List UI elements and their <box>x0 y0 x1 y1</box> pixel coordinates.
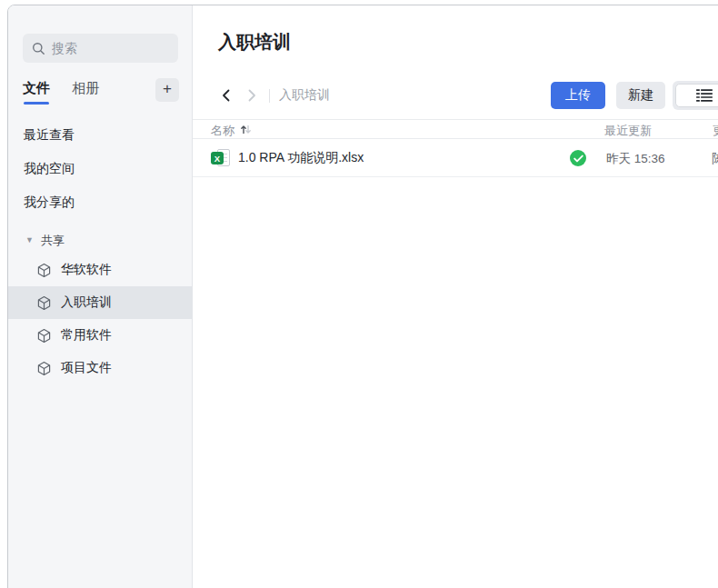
toolbar: 入职培训 上传 新建 <box>193 82 718 111</box>
file-table: 名称 最近更新 更 X 1.0 RPA 功能说明.xlsx <box>193 119 718 177</box>
view-mode-switch <box>673 81 718 110</box>
list-view-button[interactable] <box>675 84 718 107</box>
folder-label: 常用软件 <box>61 327 112 344</box>
cube-icon <box>36 295 52 311</box>
chevron-right-icon <box>244 88 259 103</box>
tab-albums[interactable]: 相册 <box>72 80 99 105</box>
file-name[interactable]: 1.0 RPA 功能说明.xlsx <box>238 150 364 166</box>
synced-check-icon <box>570 150 586 166</box>
column-header-clipped: 更 <box>713 123 718 139</box>
shared-section-header[interactable]: ▼ 共享 <box>8 231 192 251</box>
divider <box>269 89 270 103</box>
breadcrumb: 入职培训 <box>218 82 330 109</box>
search-box[interactable] <box>23 34 178 63</box>
sidebar-item-my-shared[interactable]: 我分享的 <box>8 185 192 219</box>
folder-label: 华软软件 <box>61 262 112 278</box>
sidebar-item-recent[interactable]: 最近查看 <box>8 118 192 152</box>
new-button[interactable]: 新建 <box>616 82 665 109</box>
list-view-icon <box>696 88 713 103</box>
sidebar-tabs: 文件 相册 <box>23 80 99 105</box>
sidebar-nav: 最近查看 我的空间 我分享的 <box>8 118 192 219</box>
column-header-updated[interactable]: 最近更新 <box>604 123 652 139</box>
folder-label: 入职培训 <box>61 294 112 311</box>
chevron-left-icon <box>219 88 234 103</box>
excel-file-icon: X <box>211 149 230 167</box>
updated-time: 昨天 15:36 <box>606 151 665 167</box>
sidebar-item-folder[interactable]: 项目文件 <box>8 352 192 384</box>
cube-icon <box>36 263 52 278</box>
sidebar-item-folder[interactable]: 华软软件 <box>8 254 192 286</box>
sidebar-item-folder[interactable]: 常用软件 <box>8 319 192 352</box>
page-title: 入职培训 <box>218 30 291 55</box>
forward-button[interactable] <box>244 87 260 104</box>
active-tab-underline <box>24 102 49 105</box>
back-button[interactable] <box>218 87 234 104</box>
chevron-down-icon: ▼ <box>25 235 34 244</box>
upload-button[interactable]: 上传 <box>551 82 605 109</box>
search-input[interactable] <box>52 41 169 55</box>
cube-icon <box>36 328 52 344</box>
sidebar: 文件 相册 + 最近查看 我的空间 我分享的 ▼ 共享 华软软件 <box>8 5 193 588</box>
cube-icon <box>36 361 52 376</box>
search-icon <box>32 42 45 55</box>
add-button[interactable]: + <box>155 78 179 102</box>
sidebar-item-folder-selected[interactable]: 入职培训 <box>8 286 192 319</box>
clipped-cell: 陈 <box>712 151 718 167</box>
table-row[interactable]: X 1.0 RPA 功能说明.xlsx 昨天 15:36 陈 <box>193 139 718 177</box>
shared-section-label: 共享 <box>41 233 65 249</box>
tab-files[interactable]: 文件 <box>23 80 50 105</box>
app-window: 文件 相册 + 最近查看 我的空间 我分享的 ▼ 共享 华软软件 <box>7 5 718 588</box>
table-header: 名称 最近更新 更 <box>193 119 718 139</box>
main-panel: 入职培训 入职培训 上传 新建 <box>193 5 718 588</box>
folder-label: 项目文件 <box>61 360 112 376</box>
sort-icon[interactable] <box>240 124 252 135</box>
column-header-name[interactable]: 名称 <box>211 123 234 139</box>
breadcrumb-current: 入职培训 <box>279 87 330 104</box>
xlsx-badge: X <box>211 152 224 164</box>
shared-folder-list: 华软软件 入职培训 常用软件 <box>8 254 192 384</box>
sidebar-item-my-space[interactable]: 我的空间 <box>8 152 192 185</box>
